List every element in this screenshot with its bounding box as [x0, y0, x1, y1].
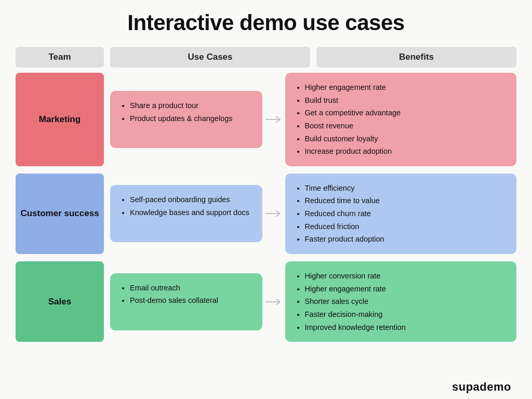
benefit-item: Reduced churn rate: [305, 207, 508, 220]
benefit-item: Higher engagement rate: [305, 81, 508, 94]
use-case-item: Email outreach: [130, 282, 253, 295]
team-cell-marketing: Marketing: [16, 73, 104, 166]
use-case-item: Knowledge bases and support docs: [130, 206, 253, 219]
data-row-customer-success: Customer successSelf-paced onboarding gu…: [16, 174, 516, 254]
arrow-icon: [262, 73, 285, 166]
header-benefits: Benefits: [316, 47, 516, 68]
page-title: Interactive demo use cases: [127, 10, 404, 35]
arrow-icon: [262, 174, 285, 254]
use-case-cell-marketing: Share a product tourProduct updates & ch…: [110, 91, 262, 148]
benefit-item: Improved knowledge retention: [305, 321, 508, 334]
use-case-cell-customer-success: Self-paced onboarding guidesKnowledge ba…: [110, 185, 262, 242]
benefit-item: Higher engagement rate: [305, 283, 508, 296]
use-case-item: Product updates & changelogs: [130, 112, 253, 125]
benefit-item: Build trust: [305, 94, 508, 107]
data-row-sales: SalesEmail outreachPost-demo sales colla…: [16, 261, 516, 342]
benefit-item: Reduced time to value: [305, 194, 508, 207]
use-case-item: Post-demo sales collateral: [130, 294, 253, 307]
benefits-cell-sales: Higher conversion rateHigher engagement …: [285, 261, 517, 342]
benefit-item: Higher conversion rate: [305, 270, 508, 283]
data-row-marketing: MarketingShare a product tourProduct upd…: [16, 73, 516, 166]
benefit-item: Time efficiency: [305, 182, 508, 195]
team-cell-customer-success: Customer success: [16, 174, 104, 254]
benefit-item: Faster decision-making: [305, 308, 508, 321]
header-team: Team: [16, 47, 104, 68]
use-case-item: Share a product tour: [130, 99, 253, 112]
benefit-item: Increase product adoption: [305, 145, 508, 158]
branding-logo: supademo: [452, 380, 516, 394]
benefit-item: Boost revenue: [305, 119, 508, 132]
header-use-cases: Use Cases: [110, 47, 310, 68]
benefit-item: Build customer loyalty: [305, 132, 508, 145]
arrow-icon: [262, 261, 285, 342]
benefit-item: Shorter sales cycle: [305, 295, 508, 308]
benefit-item: Get a competitive advantage: [305, 107, 508, 119]
use-case-cell-sales: Email outreachPost-demo sales collateral: [110, 273, 262, 330]
benefits-cell-marketing: Higher engagement rateBuild trustGet a c…: [285, 73, 517, 166]
benefits-cell-customer-success: Time efficiencyReduced time to valueRedu…: [285, 174, 517, 254]
team-cell-sales: Sales: [16, 261, 104, 342]
benefit-item: Faster product adoption: [305, 233, 508, 246]
benefit-item: Reduced friction: [305, 220, 508, 233]
main-table: Team Use Cases Benefits: [16, 47, 516, 73]
use-case-item: Self-paced onboarding guides: [130, 193, 253, 206]
header-row: Team Use Cases Benefits: [16, 47, 516, 68]
